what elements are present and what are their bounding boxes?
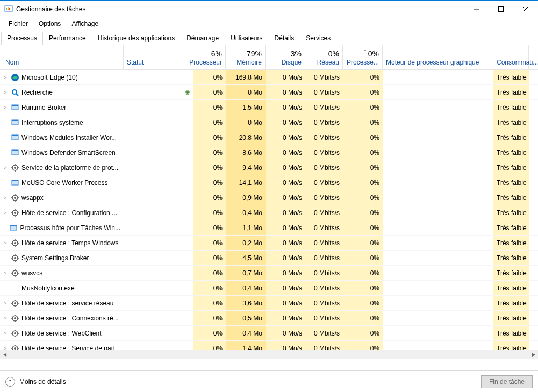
col-mem-pct: 79% — [247, 49, 262, 59]
tab-performance[interactable]: Performance — [43, 32, 92, 45]
svg-point-54 — [14, 272, 16, 274]
tab-startup[interactable]: Démarrage — [181, 32, 225, 45]
svg-rect-2 — [8, 7, 9, 10]
table-row[interactable]: >Hôte de service : Temps Windows0%0,2 Mo… — [0, 236, 538, 251]
process-name: MusNotifyIcon.exe — [21, 284, 75, 292]
exe-icon — [11, 133, 19, 142]
table-row[interactable]: >Microsoft Edge (10)0%169,8 Mo0 Mo/s0 Mb… — [0, 70, 538, 85]
col-network[interactable]: 0%Réseau — [305, 45, 343, 69]
svg-point-72 — [14, 332, 16, 334]
menu-view[interactable]: Affichage — [66, 18, 104, 29]
expand-icon[interactable]: > — [2, 210, 9, 216]
table-row[interactable]: >Runtime Broker0%1,5 Mo0 Mo/s0 Mbits/s0%… — [0, 100, 538, 115]
scroll-left-icon[interactable]: ◀ — [0, 350, 9, 359]
cell-mem: 0,2 Mo — [226, 236, 266, 250]
col-net-pct: 0% — [328, 49, 339, 59]
tab-services[interactable]: Services — [300, 32, 336, 45]
chevron-down-icon: ⌄ — [363, 47, 367, 52]
tab-app-history[interactable]: Historique des applications — [92, 32, 181, 45]
cell-mem: 14,1 Mo — [226, 175, 266, 190]
table-row[interactable]: MoUSO Core Worker Process0%14,1 Mo0 Mo/s… — [0, 175, 538, 190]
col-gpu-engine[interactable]: Moteur de processeur graphique — [383, 45, 493, 69]
end-task-button[interactable]: Fin de tâche — [481, 375, 533, 388]
cell-gpu: 0% — [343, 236, 383, 250]
cell-mem: 20,8 Mo — [226, 130, 266, 145]
close-button[interactable] — [513, 1, 538, 17]
expand-icon[interactable]: > — [2, 331, 9, 336]
horizontal-scrollbar[interactable]: ◀ ▶ — [0, 350, 538, 359]
table-row[interactable]: Windows Modules Installer Wor...0%20,8 M… — [0, 130, 538, 145]
expand-icon[interactable]: > — [2, 75, 9, 80]
cell-cpu: 0% — [193, 220, 226, 235]
table-row[interactable]: >Service de la plateforme de prot...0%9,… — [0, 160, 538, 175]
cell-mem: 3,6 Mo — [226, 296, 266, 310]
expand-icon[interactable]: > — [2, 270, 9, 276]
cell-name: Interruptions système — [0, 115, 124, 130]
col-power-usage[interactable]: Consommati... — [493, 45, 529, 69]
gear-icon — [11, 314, 19, 323]
fewer-details-label: Moins de détails — [19, 378, 66, 386]
cell-cpu: 0% — [193, 70, 226, 84]
expand-icon[interactable]: > — [2, 316, 9, 321]
process-name: Hôte de service : WebClient — [21, 330, 102, 337]
titlebar: Gestionnaire des tâches — [0, 1, 538, 17]
cell-cpu: 0% — [193, 251, 226, 265]
cell-cpu: 0% — [193, 236, 226, 250]
col-mem-label: Mémoire — [236, 59, 262, 66]
col-status-label: Statut — [127, 59, 144, 66]
col-gpu[interactable]: ⌄0%Processe... — [343, 45, 383, 69]
col-cpu[interactable]: 6%Processeur — [193, 45, 226, 69]
table-row[interactable]: System Settings Broker0%4,5 Mo0 Mo/s0 Mb… — [0, 251, 538, 266]
maximize-button[interactable] — [489, 1, 513, 17]
col-memory[interactable]: 79%Mémoire — [226, 45, 266, 69]
process-name: Hôte de service : Temps Windows — [21, 239, 119, 247]
fewer-details-button[interactable]: ⌃ Moins de détails — [5, 377, 66, 387]
cell-cpu: 0% — [193, 100, 226, 115]
cell-gpu: 0% — [343, 266, 383, 280]
menu-options[interactable]: Options — [33, 18, 66, 29]
table-row[interactable]: >Hôte de service : Configuration ...0%0,… — [0, 205, 538, 220]
cell-net: 0 Mbits/s — [305, 145, 343, 160]
col-power-label: Consommati... — [497, 59, 538, 66]
cell-gpu: 0% — [343, 281, 383, 295]
expand-icon[interactable]: > — [2, 240, 9, 246]
cell-disk: 0 Mo/s — [266, 326, 305, 340]
table-row[interactable]: >Hôte de service : Service de part...0%1… — [0, 341, 538, 350]
menu-file[interactable]: Fichier — [3, 18, 33, 29]
table-row[interactable]: >Hôte de service : Connexions ré...0%0,5… — [0, 311, 538, 326]
expand-icon[interactable]: > — [2, 301, 9, 306]
table-row[interactable]: >Hôte de service : service réseau0%3,6 M… — [0, 296, 538, 311]
cell-mem: 8,6 Mo — [226, 145, 266, 160]
tab-processus[interactable]: Processus — [1, 32, 43, 45]
table-row[interactable]: Interruptions système0%0 Mo0 Mo/s0 Mbits… — [0, 115, 538, 130]
cell-name: >wsappx — [0, 190, 124, 205]
col-name[interactable]: Nom — [0, 45, 124, 69]
minimize-button[interactable] — [464, 1, 489, 17]
gear-icon — [11, 254, 19, 262]
expand-icon[interactable]: > — [2, 346, 9, 350]
expand-icon[interactable]: > — [2, 165, 9, 170]
cell-cpu: 0% — [193, 326, 226, 340]
col-disk[interactable]: 3%Disque — [266, 45, 305, 69]
gear-icon — [11, 299, 19, 308]
tab-users[interactable]: Utilisateurs — [225, 32, 268, 45]
cell-mem: 0,5 Mo — [226, 311, 266, 325]
table-row[interactable]: Processus hôte pour Tâches Win...0%1,1 M… — [0, 220, 538, 236]
table-row[interactable]: >wusvcs0%0,7 Mo0 Mo/s0 Mbits/s0%Très fai… — [0, 266, 538, 281]
table-row[interactable]: >Recherche❀0%0 Mo0 Mo/s0 Mbits/s0%Très f… — [0, 85, 538, 100]
cell-gpu: 0% — [343, 85, 383, 99]
expand-icon[interactable]: > — [2, 195, 9, 201]
table-row[interactable]: >Hôte de service : WebClient0%0,4 Mo0 Mo… — [0, 326, 538, 341]
cell-mem: 0 Mo — [226, 85, 266, 99]
scroll-right-icon[interactable]: ▶ — [529, 350, 538, 359]
expand-icon[interactable]: > — [2, 105, 9, 110]
expand-icon[interactable]: > — [2, 90, 9, 95]
process-name: Windows Defender SmartScreen — [21, 149, 116, 156]
col-status[interactable]: Statut — [124, 45, 193, 69]
table-row[interactable]: MusNotifyIcon.exe0%0,4 Mo0 Mo/s0 Mbits/s… — [0, 281, 538, 296]
table-row[interactable]: >wsappx0%0,9 Mo0 Mo/s0 Mbits/s0%Très fai… — [0, 190, 538, 205]
process-name: MoUSO Core Worker Process — [21, 179, 107, 187]
table-body[interactable]: >Microsoft Edge (10)0%169,8 Mo0 Mo/s0 Mb… — [0, 70, 538, 350]
tab-details[interactable]: Détails — [269, 32, 300, 45]
table-row[interactable]: Windows Defender SmartScreen0%8,6 Mo0 Mo… — [0, 145, 538, 160]
